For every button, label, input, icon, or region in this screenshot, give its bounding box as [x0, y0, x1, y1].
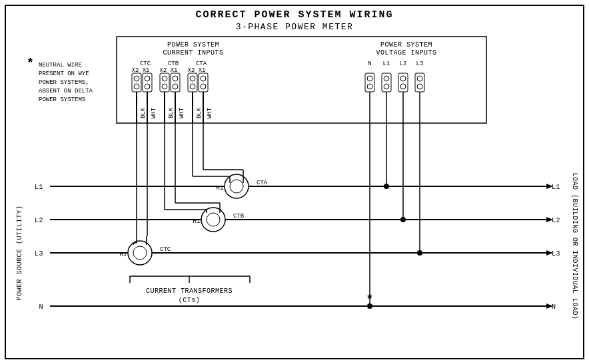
- n-right: N: [552, 303, 556, 311]
- cta-blk-wire: BLK: [196, 107, 203, 118]
- load-label: LOAD (BUILDING OR INDIVIDUAL LOAD): [571, 172, 578, 319]
- svg-point-31: [417, 84, 422, 89]
- main-title: CORRECT POWER SYSTEM WIRING: [195, 9, 393, 21]
- l2-junction: [400, 217, 406, 222]
- current-inputs-label2: CURRENT INPUTS: [163, 49, 223, 57]
- svg-point-7: [145, 84, 150, 89]
- svg-point-19: [201, 84, 206, 89]
- svg-point-15: [190, 76, 195, 81]
- svg-point-3: [134, 76, 139, 81]
- svg-point-13: [173, 84, 178, 89]
- l2-label-terminal: L2: [400, 61, 407, 67]
- svg-point-28: [400, 84, 406, 89]
- wiring-diagram: CORRECT POWER SYSTEM WIRING 3-PHASE POWE…: [0, 0, 589, 364]
- note-line4: ABSENT ON DELTA: [39, 88, 93, 94]
- svg-point-4: [134, 84, 139, 89]
- ctc-ct-inner: [133, 246, 147, 260]
- svg-point-6: [145, 76, 150, 81]
- svg-point-30: [417, 76, 422, 81]
- ctb-h1-label: H1: [193, 218, 201, 225]
- ctb-ct-inner: [207, 213, 220, 226]
- ctb-wht-wire: WHT: [179, 107, 185, 118]
- l2-right: L2: [552, 217, 560, 224]
- cta-h1-label: H1: [217, 185, 224, 192]
- cta-ct-inner: [230, 180, 243, 193]
- l3-junction: [417, 250, 422, 256]
- l2-left: L2: [35, 217, 43, 224]
- note-line1: NEUTRAL WIRE: [39, 62, 82, 69]
- ctc-ct-label: CTC: [160, 246, 171, 253]
- l3-right: L3: [552, 250, 560, 258]
- asterisk-symbol: *: [27, 57, 34, 70]
- n-label-terminal: N: [368, 61, 371, 67]
- ctb-blk-wire: BLK: [168, 107, 175, 118]
- power-source-label: POWER SOURCE (UTILITY): [16, 205, 23, 300]
- cta-ct-label: CTA: [257, 180, 268, 186]
- voltage-inputs-label2: VOLTAGE INPUTS: [376, 49, 436, 57]
- ctc-h1-label: H1: [120, 252, 127, 258]
- l3-left: L3: [35, 250, 43, 258]
- ct-bottom-label: CURRENT TRANSFORMERS: [146, 287, 233, 295]
- svg-point-21: [367, 76, 372, 81]
- ctb-ct-label: CTB: [233, 213, 245, 220]
- l1-right: L1: [552, 184, 560, 191]
- note-line2: PRESENT ON WYE: [39, 71, 89, 77]
- l3-label-terminal: L3: [416, 61, 424, 67]
- svg-point-12: [173, 76, 178, 81]
- svg-point-27: [400, 76, 406, 81]
- svg-point-18: [201, 76, 206, 81]
- svg-point-9: [162, 76, 167, 81]
- l1-junction: [384, 184, 389, 189]
- cta-label: CTA: [196, 61, 207, 67]
- svg-point-24: [384, 76, 389, 81]
- ctc-label: CTC: [140, 61, 151, 67]
- ctb-label: CTB: [168, 61, 179, 67]
- neutral-asterisk: *: [366, 293, 374, 306]
- current-inputs-label: POWER SYSTEM: [167, 41, 219, 49]
- ct-abbrev-label: (CTs): [179, 297, 201, 304]
- svg-point-16: [190, 84, 195, 89]
- svg-point-10: [162, 84, 167, 89]
- voltage-inputs-label: POWER SYSTEM: [380, 41, 432, 49]
- l1-label-terminal: L1: [383, 61, 390, 67]
- n-left: N: [39, 303, 43, 311]
- note-line3: POWER SYSTEMS,: [39, 79, 89, 86]
- ctc-wht-wire: WHT: [151, 107, 157, 118]
- l1-left: L1: [35, 184, 43, 191]
- note-line5: POWER SYSTEMS: [39, 96, 85, 103]
- ctc-blk-wire: BLK: [140, 107, 147, 118]
- cta-wht-wire: WHT: [207, 107, 213, 118]
- svg-point-22: [367, 84, 372, 89]
- svg-point-25: [384, 84, 389, 89]
- subtitle: 3-PHASE POWER METER: [236, 22, 354, 32]
